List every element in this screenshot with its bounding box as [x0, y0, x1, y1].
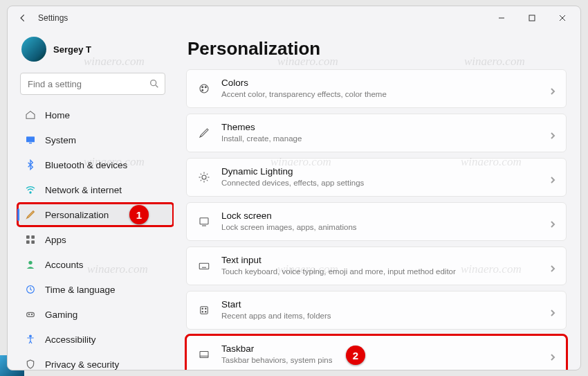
card-colors[interactable]: Colors Accent color, transparency effect…: [186, 69, 567, 108]
main-content: Personalization Colors Accent color, tra…: [174, 30, 580, 370]
accessibility-icon: [24, 333, 37, 346]
sidebar-item-personalization[interactable]: Personalization 1: [17, 203, 174, 226]
svg-line-30: [201, 180, 202, 181]
svg-rect-39: [201, 307, 208, 314]
svg-line-5: [156, 85, 158, 87]
svg-point-23: [202, 175, 206, 179]
svg-point-13: [28, 261, 32, 265]
themes-icon: [196, 125, 212, 141]
search-box: [20, 73, 165, 95]
svg-point-42: [202, 312, 203, 313]
sidebar-item-gaming[interactable]: Gaming: [17, 303, 174, 326]
app-title: Settings: [38, 13, 68, 23]
svg-rect-9: [26, 235, 30, 239]
sidebar-item-home[interactable]: Home: [17, 103, 174, 127]
avatar: [21, 37, 46, 62]
close-button[interactable]: [547, 8, 578, 28]
annotation-badge-2: 2: [346, 346, 365, 365]
card-start[interactable]: Start Recent apps and items, folders: [186, 291, 567, 330]
maximize-button[interactable]: [517, 8, 547, 28]
svg-line-28: [201, 174, 202, 175]
svg-point-19: [200, 84, 208, 93]
svg-rect-15: [27, 312, 35, 316]
taskbar-icon: [196, 347, 212, 362]
settings-cards: Colors Accent color, transparency effect…: [186, 69, 567, 370]
time-language-icon: [24, 283, 37, 296]
card-text: Start Recent apps and items, folders: [221, 299, 331, 321]
svg-rect-11: [26, 240, 30, 244]
card-title: Lock screen: [221, 211, 357, 222]
svg-rect-32: [200, 218, 208, 224]
card-text: Lock screen Lock screen images, apps, an…: [221, 211, 357, 232]
sidebar-item-label: Time & language: [45, 285, 116, 295]
card-lock-screen[interactable]: Lock screen Lock screen images, apps, an…: [186, 202, 567, 241]
card-themes[interactable]: Themes Install, create, manage: [186, 114, 567, 152]
card-desc: Accent color, transparency effects, colo…: [221, 89, 387, 99]
search-input[interactable]: [20, 73, 165, 95]
sidebar-item-apps[interactable]: Apps: [17, 228, 174, 251]
keyboard-icon: [196, 258, 212, 274]
card-title: Taskbar: [221, 343, 332, 355]
sidebar-item-system[interactable]: System: [17, 128, 174, 152]
sidebar-item-time-language[interactable]: Time & language: [17, 278, 174, 301]
dynamic-lighting-icon: [196, 170, 212, 185]
card-desc: Connected devices, effects, app settings: [221, 178, 364, 188]
card-desc: Recent apps and items, folders: [221, 311, 331, 321]
card-text: Dynamic Lighting Connected devices, effe…: [221, 166, 364, 188]
sidebar-item-label: Bluetooth & devices: [45, 160, 127, 170]
card-text: Taskbar Taskbar behaviors, system pins: [221, 343, 332, 365]
colors-icon: [196, 81, 212, 96]
lock-screen-icon: [196, 214, 212, 229]
chevron-right-icon: [549, 85, 556, 92]
card-title: Start: [221, 299, 331, 311]
card-text: Colors Accent color, transparency effect…: [221, 78, 387, 99]
apps-icon: [24, 233, 37, 246]
card-dynamic-lighting[interactable]: Dynamic Lighting Connected devices, effe…: [186, 158, 567, 197]
sidebar-item-bluetooth[interactable]: Bluetooth & devices: [17, 153, 174, 177]
svg-point-40: [202, 308, 203, 310]
sidebar-item-label: Accessibility: [45, 334, 96, 345]
svg-line-29: [207, 180, 208, 181]
svg-rect-7: [29, 143, 32, 143]
svg-point-16: [28, 314, 29, 314]
sidebar-item-privacy[interactable]: Privacy & security: [17, 352, 174, 370]
chevron-right-icon: [549, 174, 556, 181]
settings-window: Settings Sergey T Home: [7, 6, 581, 370]
card-desc: Lock screen images, apps, animations: [221, 222, 357, 232]
sidebar-item-network[interactable]: Network & internet: [17, 178, 174, 202]
sidebar-item-label: System: [45, 135, 76, 145]
page-title: Personalization: [187, 38, 567, 60]
card-desc: Touch keyboard, voice typing, emoji and …: [221, 267, 456, 276]
svg-point-17: [31, 314, 32, 314]
card-text: Text input Touch keyboard, voice typing,…: [221, 255, 456, 276]
search-icon: [149, 78, 160, 89]
svg-line-31: [207, 174, 208, 175]
chevron-right-icon: [549, 129, 556, 136]
chevron-right-icon: [549, 218, 556, 225]
chevron-right-icon: [549, 262, 556, 269]
back-button[interactable]: [10, 8, 35, 28]
sidebar-item-accessibility[interactable]: Accessibility: [17, 328, 174, 351]
svg-rect-10: [31, 235, 35, 239]
window-controls: [486, 8, 578, 28]
personalization-icon: [24, 208, 37, 221]
username: Sergey T: [53, 44, 91, 55]
minimize-button[interactable]: [486, 8, 517, 28]
svg-rect-44: [200, 352, 208, 358]
profile-block[interactable]: Sergey T: [17, 34, 174, 70]
svg-rect-12: [31, 240, 35, 244]
sidebar-item-label: Apps: [45, 235, 66, 245]
svg-rect-34: [199, 263, 209, 269]
card-text-input[interactable]: Text input Touch keyboard, voice typing,…: [186, 247, 567, 285]
sidebar-item-accounts[interactable]: Accounts: [17, 253, 174, 276]
chevron-right-icon: [549, 307, 556, 314]
card-taskbar[interactable]: Taskbar Taskbar behaviors, system pins 2: [186, 335, 567, 370]
nav-list: Home System Bluetooth & devices Network …: [17, 103, 174, 370]
sidebar-item-label: Privacy & security: [45, 359, 119, 370]
sidebar: Sergey T Home System Bluetooth & devices: [8, 30, 174, 370]
svg-point-43: [205, 312, 207, 313]
svg-point-18: [30, 335, 32, 337]
sidebar-item-label: Personalization: [45, 210, 109, 220]
svg-point-20: [202, 87, 203, 88]
card-title: Colors: [221, 78, 387, 89]
